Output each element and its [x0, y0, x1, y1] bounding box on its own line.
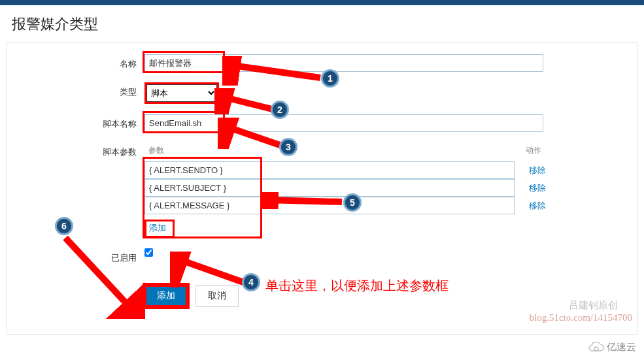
arrow-3 [218, 118, 283, 149]
row-script-params: 脚本参数 参数 动作 移除 移除 [20, 142, 624, 238]
arrow-6 [60, 234, 145, 319]
script-params-label: 脚本参数 [20, 142, 144, 158]
svg-line-6 [65, 238, 133, 311]
badge-2: 2 [271, 101, 289, 119]
row-script-name: 脚本名称 [20, 114, 624, 132]
cancel-button[interactable]: 取消 [195, 285, 239, 307]
submit-button[interactable]: 添加 [144, 285, 188, 307]
table-row: 移除 [144, 179, 547, 197]
arrow-1 [222, 56, 324, 86]
enabled-checkbox[interactable] [144, 248, 153, 257]
watermark-author: 吕建钊原创 [569, 299, 618, 312]
add-param-link[interactable]: 添加 [149, 223, 166, 233]
svg-line-1 [228, 65, 320, 78]
params-header-action: 动作 [520, 142, 547, 161]
table-row: 移除 [144, 161, 547, 179]
footer-text: 亿速云 [607, 341, 636, 353]
name-label: 名称 [20, 54, 144, 70]
svg-line-2 [220, 96, 272, 109]
badge-5: 5 [343, 193, 362, 212]
top-bar [0, 0, 644, 5]
type-select[interactable]: 脚本 [146, 84, 217, 102]
name-input[interactable] [144, 54, 543, 72]
params-header-param: 参数 [144, 142, 520, 161]
remove-link-1[interactable]: 移除 [529, 183, 546, 193]
svg-line-4 [175, 258, 243, 282]
footer-logo: 亿速云 [587, 341, 636, 353]
add-param-box: 添加 [144, 220, 175, 238]
svg-line-5 [265, 200, 342, 202]
arrow-4 [170, 252, 248, 287]
svg-line-3 [223, 125, 280, 145]
watermark-url: blog.51cto.com/14154700 [530, 312, 633, 323]
type-label: 类型 [20, 82, 144, 98]
badge-3: 3 [279, 138, 297, 156]
badge-4: 4 [242, 273, 260, 291]
page-title: 报警媒介类型 [0, 5, 644, 42]
remove-link-2[interactable]: 移除 [529, 201, 546, 210]
remove-link-0[interactable]: 移除 [529, 165, 546, 175]
script-name-input[interactable] [144, 114, 543, 132]
script-name-label: 脚本名称 [20, 114, 144, 130]
badge-1: 1 [321, 69, 339, 88]
param-input-0[interactable] [144, 161, 515, 179]
cloud-icon [587, 342, 604, 353]
arrow-2 [214, 88, 277, 114]
annotation-hint: 单击这里，以便添加上述参数框 [265, 277, 449, 295]
badge-6: 6 [55, 217, 73, 235]
arrow-5 [260, 192, 345, 209]
svg-point-7 [594, 347, 598, 351]
